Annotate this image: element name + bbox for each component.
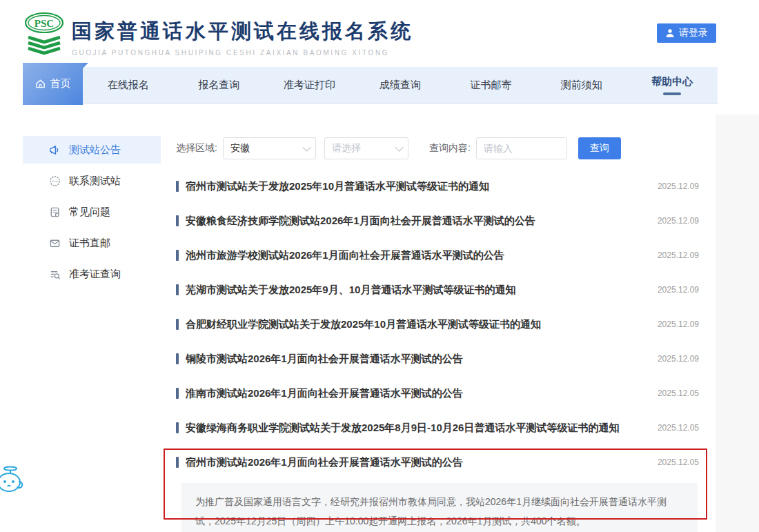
title-accent-bar xyxy=(176,215,179,226)
announcement-date: 2025.12.09 xyxy=(644,285,699,295)
announcement-row-highlighted: 宿州市测试站2026年1月面向社会开展普通话水平测试的公告 2025.12.05 xyxy=(176,445,699,480)
sidebar-item-admission-query[interactable]: 准考证查询 xyxy=(23,260,161,288)
nav-item-label: 帮助中心 xyxy=(651,75,693,88)
title-accent-bar xyxy=(176,388,179,399)
announcement-date: 2025.12.09 xyxy=(644,181,699,191)
announcement-date: 2025.12.09 xyxy=(644,319,699,329)
chat-robot-icon[interactable] xyxy=(0,464,26,495)
chat-bubble-icon xyxy=(49,175,61,187)
list-search-icon xyxy=(49,268,61,280)
title-accent-bar xyxy=(176,422,179,433)
sidebar-item-faq[interactable]: ! 常见问题 xyxy=(23,198,161,226)
nav-item-online-signup[interactable]: 在线报名 xyxy=(83,67,173,104)
sidebar-item-label: 证书直邮 xyxy=(69,237,110,250)
region-select-value: 安徽 xyxy=(230,142,250,155)
page-right-gutter xyxy=(716,115,759,532)
region-select[interactable]: 安徽 xyxy=(223,137,316,159)
expanded-paragraph: 为推广普及国家通用语言文字，经研究并报宿州市教体局同意，我站2026年1月继续面… xyxy=(195,492,684,531)
announcement-row: 安徽粮食经济技师学院测试站2026年1月面向社会开展普通话水平测试的公告 202… xyxy=(176,204,699,238)
faq-document-icon: ! xyxy=(49,206,61,218)
announcement-title-link[interactable]: 安徽绿海商务职业学院测试站关于发放2025年8月9日-10月26日普通话水平测试… xyxy=(186,422,644,435)
announcement-date: 2025.12.09 xyxy=(644,250,699,260)
nav-item-pretest-notice[interactable]: 测前须知 xyxy=(536,67,627,104)
nav-item-label: 成绩查询 xyxy=(379,79,421,92)
content-card: 测试站公告 联系测试站 ! 常见问题 证书直邮 xyxy=(23,116,716,532)
announcement-title-link[interactable]: 宿州市测试站2026年1月面向社会开展普通话水平测试的公告 xyxy=(186,456,644,469)
sidebar-item-label: 准考证查询 xyxy=(69,268,121,281)
login-label: 请登录 xyxy=(679,27,708,39)
nav-active-underline xyxy=(663,92,681,95)
title-accent-bar xyxy=(176,181,179,192)
nav-item-help-center[interactable]: 帮助中心 xyxy=(627,67,718,104)
login-button[interactable]: 请登录 xyxy=(657,23,716,43)
announcement-title-link[interactable]: 合肥财经职业学院测试站关于发放2025年10月普通话水平测试等级证书的通知 xyxy=(186,318,644,331)
psc-logo-text: PSC xyxy=(34,18,54,29)
announcement-row: 芜湖市测试站关于发放2025年9月、10月普通话水平测试等级证书的通知 2025… xyxy=(176,273,699,307)
sidebar-item-label: 联系测试站 xyxy=(69,175,121,188)
query-content-label: 查询内容: xyxy=(429,142,471,155)
announcement-row: 淮南市测试站2026年1月面向社会开展普通话水平测试的公告 2025.12.05 xyxy=(176,376,699,411)
announcement-row: 合肥财经职业学院测试站关于发放2025年10月普通话水平测试等级证书的通知 20… xyxy=(176,307,699,342)
nav-item-label: 报名查询 xyxy=(198,79,239,92)
announcement-row: 宿州市测试站关于发放2025年10月普通话水平测试等级证书的通知 2025.12… xyxy=(176,169,699,204)
announcement-main: 选择区域: 安徽 请选择 查询内容: 查询 宿州市测试站关于发放2025年10月… xyxy=(176,116,699,532)
announcement-title-link[interactable]: 安徽粮食经济技师学院测试站2026年1月面向社会开展普通话水平测试的公告 xyxy=(186,215,644,228)
sidebar-item-contact-station[interactable]: 联系测试站 xyxy=(23,167,161,195)
megaphone-icon xyxy=(49,144,61,156)
site-subtitle: GUOJIA PUTONGHUA SHUIPING CESHI ZAIXIAN … xyxy=(72,49,413,57)
announcement-title-link[interactable]: 宿州市测试站关于发放2025年10月普通话水平测试等级证书的通知 xyxy=(186,180,644,193)
nav-item-signup-query[interactable]: 报名查询 xyxy=(173,67,264,104)
home-icon xyxy=(35,79,46,89)
nav-item-label: 准考证打印 xyxy=(284,79,335,92)
chevron-down-icon xyxy=(395,143,404,152)
search-button[interactable]: 查询 xyxy=(578,137,621,159)
announcement-title-link[interactable]: 池州市旅游学校测试站2026年1月面向社会开展普通话水平测试的公告 xyxy=(186,249,644,262)
nav-item-label: 证书邮寄 xyxy=(470,79,511,92)
announcement-date: 2025.12.09 xyxy=(644,354,699,364)
sidebar-item-label: 常见问题 xyxy=(69,206,110,219)
title-accent-bar xyxy=(176,250,179,261)
sidebar-item-certificate-mail[interactable]: 证书直邮 xyxy=(23,229,161,257)
user-icon xyxy=(665,28,675,38)
nav-tab-home[interactable]: 首页 xyxy=(23,63,83,105)
announcement-date: 2025.12.05 xyxy=(644,457,699,467)
sidebar: 测试站公告 联系测试站 ! 常见问题 证书直邮 xyxy=(23,116,161,532)
title-accent-bar xyxy=(176,284,179,295)
announcement-date: 2025.12.05 xyxy=(644,423,699,433)
sidebar-item-label: 测试站公告 xyxy=(69,144,121,157)
nav-item-certificate-mail[interactable]: 证书邮寄 xyxy=(446,67,536,104)
svg-text:!: ! xyxy=(57,213,57,216)
nav-item-label: 在线报名 xyxy=(108,79,149,92)
announcement-title-link[interactable]: 铜陵市测试站2026年1月面向社会开展普通话水平测试的公告 xyxy=(186,353,644,366)
nav-item-label: 测前须知 xyxy=(561,79,602,92)
announcement-title-link[interactable]: 芜湖市测试站关于发放2025年9月、10月普通话水平测试等级证书的通知 xyxy=(186,284,644,297)
announcement-row: 安徽绿海商务职业学院测试站关于发放2025年8月9日-10月26日普通话水平测试… xyxy=(176,411,699,445)
announcement-list: 宿州市测试站关于发放2025年10月普通话水平测试等级证书的通知 2025.12… xyxy=(176,169,699,532)
sub-region-placeholder: 请选择 xyxy=(332,142,361,155)
sidebar-item-station-announcements[interactable]: 测试站公告 xyxy=(23,136,161,164)
brand-block: 国家普通话水平测试在线报名系统 GUOJIA PUTONGHUA SHUIPIN… xyxy=(72,18,413,57)
nav-home-label: 首页 xyxy=(50,77,71,90)
title-accent-bar xyxy=(176,353,179,364)
announcement-expanded-content: 为推广普及国家通用语言文字，经研究并报宿州市教体局同意，我站2026年1月继续面… xyxy=(181,483,698,532)
envelope-icon xyxy=(49,237,61,249)
title-accent-bar xyxy=(176,457,179,468)
psc-logo-icon: PSC xyxy=(23,12,66,56)
announcement-row: 池州市旅游学校测试站2026年1月面向社会开展普通话水平测试的公告 2025.1… xyxy=(176,238,699,273)
announcement-date: 2025.12.09 xyxy=(644,216,699,226)
nav-item-score-query[interactable]: 成绩查询 xyxy=(355,67,445,104)
title-accent-bar xyxy=(176,319,179,330)
region-label: 选择区域: xyxy=(176,142,217,155)
nav-item-admission-print[interactable]: 准考证打印 xyxy=(264,67,355,104)
chevron-down-icon xyxy=(302,143,311,152)
page-header: PSC 国家普通话水平测试在线报名系统 GUOJIA PUTONGHUA SHU… xyxy=(0,0,759,66)
announcement-date: 2025.12.05 xyxy=(644,388,699,398)
filter-row: 选择区域: 安徽 请选择 查询内容: 查询 xyxy=(176,137,699,159)
announcement-row: 铜陵市测试站2026年1月面向社会开展普通话水平测试的公告 2025.12.09 xyxy=(176,342,699,376)
query-content-input[interactable] xyxy=(476,137,567,159)
site-title: 国家普通话水平测试在线报名系统 xyxy=(72,18,413,46)
sub-region-select[interactable]: 请选择 xyxy=(324,137,408,159)
announcement-title-link[interactable]: 淮南市测试站2026年1月面向社会开展普通话水平测试的公告 xyxy=(186,387,644,400)
main-nav: 首页 在线报名 报名查询 准考证打印 成绩查询 证书邮寄 测前须知 帮助中心 xyxy=(23,67,718,104)
